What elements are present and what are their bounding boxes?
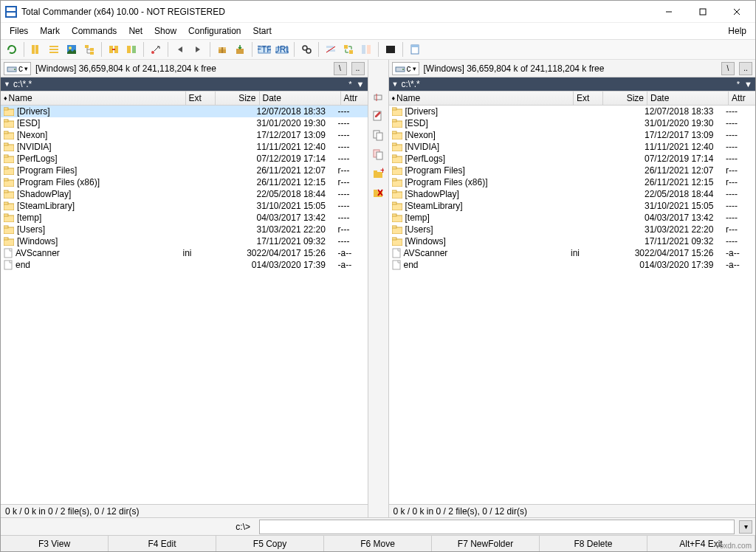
mid-delete-icon[interactable] (371, 185, 385, 200)
column-header-size[interactable]: Size (603, 91, 647, 105)
column-header-name[interactable]: ♦Name (1, 91, 186, 105)
list-item[interactable]: [ShadowPlay] 22/05/2018 18:44 ---- (1, 188, 368, 200)
menu-mark[interactable]: Mark (34, 24, 66, 38)
path-history-button[interactable]: * ▼ (348, 80, 364, 89)
url-icon[interactable]: URL (274, 41, 290, 58)
menu-show[interactable]: Show (148, 24, 182, 38)
list-item[interactable]: [Nexon] 17/12/2017 13:09 ---- (1, 129, 368, 141)
unpack-icon[interactable] (232, 41, 248, 58)
menu-files[interactable]: Files (4, 24, 34, 38)
fkey-f8-delete[interactable]: F8 Delete (540, 536, 647, 551)
list-item[interactable]: [temp] 04/03/2017 13:42 ---- (389, 212, 756, 224)
fkey-f4-edit[interactable]: F4 Edit (109, 536, 216, 551)
column-header-ext[interactable]: Ext (574, 91, 603, 105)
mid-copy-icon[interactable] (371, 128, 385, 142)
menu-start[interactable]: Start (247, 24, 277, 38)
list-item[interactable]: end 0 14/03/2020 17:39 -a-- (1, 259, 368, 271)
command-input[interactable] (259, 520, 735, 534)
sync-dirs-icon[interactable] (340, 41, 357, 58)
list-item[interactable]: [Windows] 17/11/2021 09:32 ---- (389, 235, 756, 247)
command-dropdown-icon[interactable]: ▾ (739, 520, 752, 534)
compare-icon[interactable] (358, 41, 374, 58)
list-item[interactable]: [ESD] 31/01/2020 19:30 ---- (389, 117, 756, 129)
fkey-f5-copy[interactable]: F5 Copy (216, 536, 324, 551)
list-item[interactable]: [NVIDIA] 11/11/2021 12:40 ---- (1, 141, 368, 153)
list-item[interactable]: [NVIDIA] 11/11/2021 12:40 ---- (389, 141, 756, 153)
search-icon[interactable] (298, 41, 315, 58)
menu-configuration[interactable]: Configuration (182, 24, 247, 38)
column-header-date[interactable]: Date (260, 91, 341, 105)
list-item[interactable]: [PerfLogs] 07/12/2019 17:14 ---- (389, 153, 756, 165)
list-item[interactable]: [Program Files (x86)] 26/11/2021 12:15 r… (1, 176, 368, 188)
list-item[interactable]: AVScanner ini 30 22/04/2017 15:26 -a-- (1, 247, 368, 259)
column-header-name[interactable]: ♦Name (389, 91, 574, 105)
open-cmd-icon[interactable]: _ (382, 41, 399, 58)
goto-root-button[interactable]: \ (334, 62, 347, 75)
menu-commands[interactable]: Commands (66, 24, 123, 38)
file-size: 0 (600, 260, 645, 270)
view-tree-icon[interactable] (81, 41, 97, 58)
column-header-date[interactable]: Date (647, 91, 729, 105)
file-list[interactable]: [Drivers] 12/07/2018 18:33 ---- [ESD] 31… (389, 106, 756, 504)
list-item[interactable]: [Program Files (x86)] 26/11/2021 12:15 r… (389, 176, 756, 188)
close-button[interactable] (720, 1, 754, 23)
current-path[interactable]: c:\*.* (13, 79, 32, 89)
notepad-icon[interactable] (407, 41, 423, 58)
drive-selector[interactable]: c ▾ (392, 62, 419, 75)
view-thumbs-icon[interactable] (63, 41, 80, 58)
view-full-icon[interactable] (46, 41, 62, 58)
column-header-attr[interactable]: Attr (729, 91, 755, 105)
list-item[interactable]: end 0 14/03/2020 17:39 -a-- (389, 259, 756, 271)
back-icon[interactable] (172, 41, 188, 58)
list-item[interactable]: [Windows] 17/11/2021 09:32 ---- (1, 235, 368, 247)
fkey-f6-move[interactable]: F6 Move (324, 536, 432, 551)
fkey-f3-view[interactable]: F3 View (1, 536, 109, 551)
menu-help[interactable]: Help (722, 24, 752, 38)
mid-rename-icon[interactable] (371, 89, 385, 104)
target-equal-source-icon[interactable] (123, 41, 140, 58)
path-history-button[interactable]: * ▼ (737, 80, 752, 89)
current-path[interactable]: c:\*.* (401, 79, 419, 89)
goto-parent-button[interactable]: .. (351, 62, 365, 75)
list-item[interactable]: [Drivers] 12/07/2018 18:33 ---- (389, 106, 756, 117)
swap-panels-icon[interactable] (106, 41, 122, 58)
list-item[interactable]: AVScanner ini 30 22/04/2017 15:26 -a-- (389, 247, 756, 259)
cd-root-icon[interactable] (148, 41, 164, 58)
chevron-down-icon[interactable]: ▼ (4, 80, 10, 88)
multirename-icon[interactable] (323, 41, 339, 58)
list-item[interactable]: [Program Files] 26/11/2021 12:07 r--- (1, 165, 368, 176)
list-item[interactable]: [ShadowPlay] 22/05/2018 18:44 ---- (389, 188, 756, 200)
drive-selector[interactable]: c ▾ (4, 62, 31, 75)
goto-parent-button[interactable]: .. (739, 62, 752, 75)
list-item[interactable]: [Nexon] 17/12/2017 13:09 ---- (389, 129, 756, 141)
file-attr: ---- (338, 189, 365, 199)
fkey-f7-newfolder[interactable]: F7 NewFolder (432, 536, 540, 551)
list-item[interactable]: [Program Files] 26/11/2021 12:07 r--- (389, 165, 756, 176)
column-header-ext[interactable]: Ext (186, 91, 216, 105)
ftp-icon[interactable]: FTP (256, 41, 272, 58)
column-header-attr[interactable]: Attr (341, 91, 368, 105)
mid-mkdir-icon[interactable]: + (371, 166, 385, 181)
chevron-down-icon[interactable]: ▼ (392, 80, 399, 88)
list-item[interactable]: [PerfLogs] 07/12/2019 17:14 ---- (1, 153, 368, 165)
file-name: end (404, 260, 419, 270)
list-item[interactable]: [Users] 31/03/2021 22:20 r--- (1, 224, 368, 235)
column-header-size[interactable]: Size (216, 91, 260, 105)
list-item[interactable]: [Drivers] 12/07/2018 18:33 ---- (1, 106, 368, 117)
file-list[interactable]: [Drivers] 12/07/2018 18:33 ---- [ESD] 31… (1, 106, 368, 504)
pack-icon[interactable] (214, 41, 230, 58)
list-item[interactable]: [ESD] 31/01/2020 19:30 ---- (1, 117, 368, 129)
list-item[interactable]: [Users] 31/03/2021 22:20 r--- (389, 224, 756, 235)
forward-icon[interactable] (190, 41, 206, 58)
refresh-icon[interactable] (4, 41, 20, 58)
view-brief-icon[interactable] (28, 41, 44, 58)
list-item[interactable]: [SteamLibrary] 31/10/2021 15:05 ---- (389, 200, 756, 212)
list-item[interactable]: [SteamLibrary] 31/10/2021 15:05 ---- (1, 200, 368, 212)
menu-net[interactable]: Net (123, 24, 148, 38)
mid-move-icon[interactable] (371, 147, 385, 162)
list-item[interactable]: [temp] 04/03/2017 13:42 ---- (1, 212, 368, 224)
minimize-button[interactable] (652, 1, 686, 23)
maximize-button[interactable] (686, 1, 720, 23)
mid-edit-icon[interactable] (371, 108, 385, 123)
goto-root-button[interactable]: \ (721, 62, 735, 75)
